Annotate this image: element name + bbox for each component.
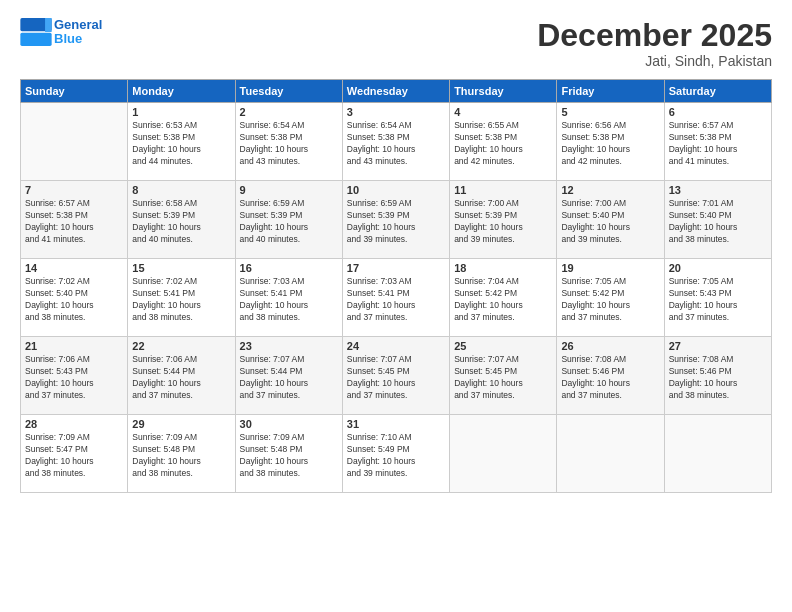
day-number: 15 bbox=[132, 262, 230, 274]
calendar-cell: 26Sunrise: 7:08 AM Sunset: 5:46 PM Dayli… bbox=[557, 337, 664, 415]
location-subtitle: Jati, Sindh, Pakistan bbox=[537, 53, 772, 69]
day-number: 10 bbox=[347, 184, 445, 196]
day-info: Sunrise: 6:58 AM Sunset: 5:39 PM Dayligh… bbox=[132, 198, 230, 246]
calendar-cell: 3Sunrise: 6:54 AM Sunset: 5:38 PM Daylig… bbox=[342, 103, 449, 181]
day-info: Sunrise: 7:05 AM Sunset: 5:43 PM Dayligh… bbox=[669, 276, 767, 324]
day-number: 19 bbox=[561, 262, 659, 274]
day-info: Sunrise: 7:00 AM Sunset: 5:40 PM Dayligh… bbox=[561, 198, 659, 246]
calendar-cell: 31Sunrise: 7:10 AM Sunset: 5:49 PM Dayli… bbox=[342, 415, 449, 493]
day-number: 18 bbox=[454, 262, 552, 274]
day-info: Sunrise: 7:02 AM Sunset: 5:40 PM Dayligh… bbox=[25, 276, 123, 324]
calendar-cell bbox=[557, 415, 664, 493]
day-number: 6 bbox=[669, 106, 767, 118]
day-info: Sunrise: 7:10 AM Sunset: 5:49 PM Dayligh… bbox=[347, 432, 445, 480]
calendar-cell bbox=[664, 415, 771, 493]
calendar-week-4: 21Sunrise: 7:06 AM Sunset: 5:43 PM Dayli… bbox=[21, 337, 772, 415]
day-info: Sunrise: 7:05 AM Sunset: 5:42 PM Dayligh… bbox=[561, 276, 659, 324]
day-number: 9 bbox=[240, 184, 338, 196]
calendar-cell bbox=[450, 415, 557, 493]
calendar-week-2: 7Sunrise: 6:57 AM Sunset: 5:38 PM Daylig… bbox=[21, 181, 772, 259]
day-info: Sunrise: 7:01 AM Sunset: 5:40 PM Dayligh… bbox=[669, 198, 767, 246]
day-number: 21 bbox=[25, 340, 123, 352]
day-info: Sunrise: 6:57 AM Sunset: 5:38 PM Dayligh… bbox=[669, 120, 767, 168]
day-number: 30 bbox=[240, 418, 338, 430]
day-info: Sunrise: 6:54 AM Sunset: 5:38 PM Dayligh… bbox=[240, 120, 338, 168]
calendar-cell: 29Sunrise: 7:09 AM Sunset: 5:48 PM Dayli… bbox=[128, 415, 235, 493]
day-info: Sunrise: 7:09 AM Sunset: 5:48 PM Dayligh… bbox=[240, 432, 338, 480]
logo-text: General Blue bbox=[54, 18, 102, 47]
calendar-cell: 11Sunrise: 7:00 AM Sunset: 5:39 PM Dayli… bbox=[450, 181, 557, 259]
day-info: Sunrise: 7:08 AM Sunset: 5:46 PM Dayligh… bbox=[561, 354, 659, 402]
day-info: Sunrise: 6:55 AM Sunset: 5:38 PM Dayligh… bbox=[454, 120, 552, 168]
header-row: Sunday Monday Tuesday Wednesday Thursday… bbox=[21, 80, 772, 103]
calendar-cell: 25Sunrise: 7:07 AM Sunset: 5:45 PM Dayli… bbox=[450, 337, 557, 415]
day-info: Sunrise: 7:03 AM Sunset: 5:41 PM Dayligh… bbox=[240, 276, 338, 324]
calendar-cell: 23Sunrise: 7:07 AM Sunset: 5:44 PM Dayli… bbox=[235, 337, 342, 415]
day-number: 13 bbox=[669, 184, 767, 196]
calendar-cell bbox=[21, 103, 128, 181]
svg-rect-1 bbox=[20, 33, 51, 46]
calendar-cell: 6Sunrise: 6:57 AM Sunset: 5:38 PM Daylig… bbox=[664, 103, 771, 181]
header: General Blue December 2025 Jati, Sindh, … bbox=[20, 18, 772, 69]
day-number: 14 bbox=[25, 262, 123, 274]
day-number: 12 bbox=[561, 184, 659, 196]
calendar-cell: 27Sunrise: 7:08 AM Sunset: 5:46 PM Dayli… bbox=[664, 337, 771, 415]
day-info: Sunrise: 6:56 AM Sunset: 5:38 PM Dayligh… bbox=[561, 120, 659, 168]
month-title: December 2025 bbox=[537, 18, 772, 53]
calendar-cell: 16Sunrise: 7:03 AM Sunset: 5:41 PM Dayli… bbox=[235, 259, 342, 337]
day-number: 22 bbox=[132, 340, 230, 352]
day-number: 17 bbox=[347, 262, 445, 274]
title-area: December 2025 Jati, Sindh, Pakistan bbox=[537, 18, 772, 69]
calendar-cell: 4Sunrise: 6:55 AM Sunset: 5:38 PM Daylig… bbox=[450, 103, 557, 181]
calendar-cell: 30Sunrise: 7:09 AM Sunset: 5:48 PM Dayli… bbox=[235, 415, 342, 493]
calendar-cell: 13Sunrise: 7:01 AM Sunset: 5:40 PM Dayli… bbox=[664, 181, 771, 259]
day-number: 8 bbox=[132, 184, 230, 196]
calendar-cell: 22Sunrise: 7:06 AM Sunset: 5:44 PM Dayli… bbox=[128, 337, 235, 415]
page: General Blue December 2025 Jati, Sindh, … bbox=[0, 0, 792, 612]
calendar-cell: 2Sunrise: 6:54 AM Sunset: 5:38 PM Daylig… bbox=[235, 103, 342, 181]
day-number: 1 bbox=[132, 106, 230, 118]
day-number: 25 bbox=[454, 340, 552, 352]
day-info: Sunrise: 7:09 AM Sunset: 5:48 PM Dayligh… bbox=[132, 432, 230, 480]
day-info: Sunrise: 7:06 AM Sunset: 5:43 PM Dayligh… bbox=[25, 354, 123, 402]
calendar-cell: 17Sunrise: 7:03 AM Sunset: 5:41 PM Dayli… bbox=[342, 259, 449, 337]
day-number: 24 bbox=[347, 340, 445, 352]
col-sunday: Sunday bbox=[21, 80, 128, 103]
day-info: Sunrise: 7:07 AM Sunset: 5:44 PM Dayligh… bbox=[240, 354, 338, 402]
calendar-cell: 10Sunrise: 6:59 AM Sunset: 5:39 PM Dayli… bbox=[342, 181, 449, 259]
calendar-week-1: 1Sunrise: 6:53 AM Sunset: 5:38 PM Daylig… bbox=[21, 103, 772, 181]
day-number: 11 bbox=[454, 184, 552, 196]
col-friday: Friday bbox=[557, 80, 664, 103]
col-thursday: Thursday bbox=[450, 80, 557, 103]
calendar-cell: 12Sunrise: 7:00 AM Sunset: 5:40 PM Dayli… bbox=[557, 181, 664, 259]
logo: General Blue bbox=[20, 18, 102, 47]
day-info: Sunrise: 7:08 AM Sunset: 5:46 PM Dayligh… bbox=[669, 354, 767, 402]
calendar-cell: 24Sunrise: 7:07 AM Sunset: 5:45 PM Dayli… bbox=[342, 337, 449, 415]
calendar-week-3: 14Sunrise: 7:02 AM Sunset: 5:40 PM Dayli… bbox=[21, 259, 772, 337]
calendar-cell: 5Sunrise: 6:56 AM Sunset: 5:38 PM Daylig… bbox=[557, 103, 664, 181]
day-number: 4 bbox=[454, 106, 552, 118]
day-number: 5 bbox=[561, 106, 659, 118]
day-info: Sunrise: 7:07 AM Sunset: 5:45 PM Dayligh… bbox=[347, 354, 445, 402]
day-number: 26 bbox=[561, 340, 659, 352]
day-info: Sunrise: 7:04 AM Sunset: 5:42 PM Dayligh… bbox=[454, 276, 552, 324]
day-info: Sunrise: 6:54 AM Sunset: 5:38 PM Dayligh… bbox=[347, 120, 445, 168]
logo-icon bbox=[20, 18, 52, 46]
day-info: Sunrise: 6:59 AM Sunset: 5:39 PM Dayligh… bbox=[240, 198, 338, 246]
col-saturday: Saturday bbox=[664, 80, 771, 103]
day-number: 7 bbox=[25, 184, 123, 196]
day-number: 31 bbox=[347, 418, 445, 430]
calendar-cell: 14Sunrise: 7:02 AM Sunset: 5:40 PM Dayli… bbox=[21, 259, 128, 337]
day-info: Sunrise: 7:00 AM Sunset: 5:39 PM Dayligh… bbox=[454, 198, 552, 246]
calendar-table: Sunday Monday Tuesday Wednesday Thursday… bbox=[20, 79, 772, 493]
calendar-cell: 28Sunrise: 7:09 AM Sunset: 5:47 PM Dayli… bbox=[21, 415, 128, 493]
col-wednesday: Wednesday bbox=[342, 80, 449, 103]
calendar-cell: 1Sunrise: 6:53 AM Sunset: 5:38 PM Daylig… bbox=[128, 103, 235, 181]
day-number: 28 bbox=[25, 418, 123, 430]
calendar-cell: 8Sunrise: 6:58 AM Sunset: 5:39 PM Daylig… bbox=[128, 181, 235, 259]
day-info: Sunrise: 6:59 AM Sunset: 5:39 PM Dayligh… bbox=[347, 198, 445, 246]
calendar-cell: 18Sunrise: 7:04 AM Sunset: 5:42 PM Dayli… bbox=[450, 259, 557, 337]
col-monday: Monday bbox=[128, 80, 235, 103]
day-info: Sunrise: 7:02 AM Sunset: 5:41 PM Dayligh… bbox=[132, 276, 230, 324]
day-number: 23 bbox=[240, 340, 338, 352]
